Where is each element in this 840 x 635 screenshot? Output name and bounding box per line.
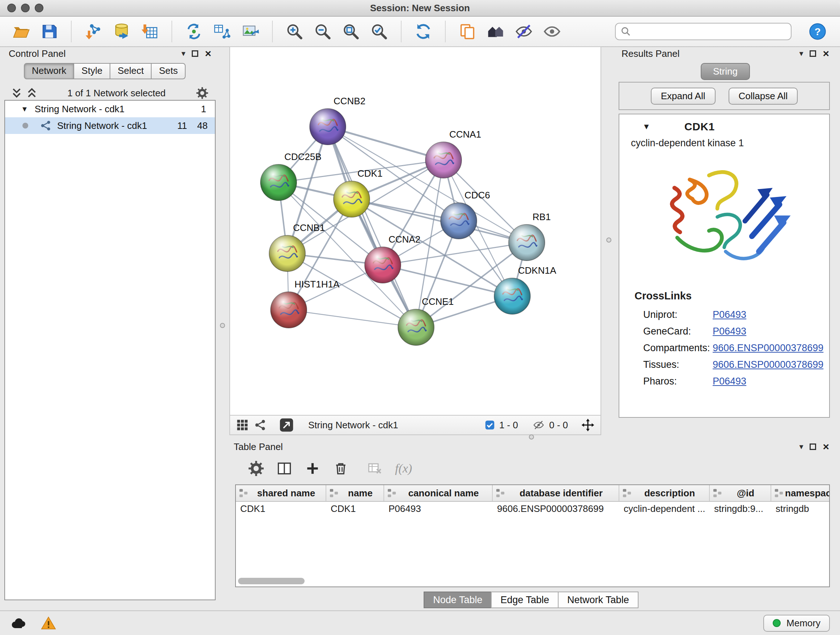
tab-network[interactable]: Network <box>24 63 74 79</box>
column-header-@id[interactable]: @id <box>710 485 771 501</box>
new-network-button[interactable] <box>183 21 205 42</box>
crosslink-value-link[interactable]: 9606.ENSP00000378699 <box>713 359 823 371</box>
save-session-button[interactable] <box>38 21 60 42</box>
right-splitter-handle[interactable] <box>606 238 611 242</box>
network-canvas[interactable]: CCNB2CCNA1CDC25BCDK1CDC6RB1CCNB1CCNA2CDK… <box>229 46 601 416</box>
add-column-icon[interactable] <box>305 461 321 477</box>
collapse-gene-icon[interactable]: ▼ <box>643 122 651 131</box>
node-CCNE1[interactable] <box>398 309 434 345</box>
node-CCNB1[interactable] <box>269 235 305 272</box>
column-header-description[interactable]: description <box>619 485 710 501</box>
tab-style[interactable]: Style <box>73 63 111 79</box>
table-cell[interactable]: stringdb <box>771 502 830 516</box>
grid-view-icon[interactable] <box>236 418 249 432</box>
node-RB1[interactable] <box>508 225 545 261</box>
show-columns-icon[interactable] <box>276 461 292 477</box>
tab-string[interactable]: String <box>701 63 750 80</box>
zoom-out-button[interactable] <box>312 21 333 42</box>
help-button[interactable]: ? <box>807 21 829 42</box>
table-row[interactable]: CDK1CDK1P064939606.ENSP00000378699cyclin… <box>236 502 829 516</box>
edge-HIST1H1A-CCNE1[interactable] <box>289 310 416 327</box>
node-HIST1H1A[interactable] <box>271 292 307 328</box>
detach-view-button[interactable] <box>279 418 294 432</box>
apply-layout-button[interactable] <box>412 21 434 42</box>
results-panel-float-button[interactable] <box>810 50 816 57</box>
node-CDC6[interactable] <box>441 203 477 239</box>
network-search-input[interactable] <box>635 25 786 38</box>
window-minimize-button[interactable] <box>21 4 30 12</box>
table-settings-gear-icon[interactable] <box>248 461 264 477</box>
warning-icon[interactable] <box>41 616 57 630</box>
tab-node-table[interactable]: Node Table <box>424 592 492 608</box>
zoom-fit-button[interactable] <box>340 21 362 42</box>
column-header-canonical-name[interactable]: canonical name <box>384 485 493 501</box>
crosslink-value-link[interactable]: P06493 <box>713 309 746 320</box>
show-details-button[interactable] <box>541 21 563 42</box>
results-panel-close-button[interactable]: × <box>823 48 829 59</box>
collapse-all-networks-icon[interactable] <box>27 88 37 98</box>
crosslink-value-link[interactable]: 9606.ENSP00000378699 <box>713 342 823 354</box>
export-image-button[interactable] <box>240 21 261 42</box>
crosslink-value-link[interactable]: P06493 <box>713 326 746 337</box>
crosslink-value-link[interactable]: P06493 <box>713 376 746 387</box>
expand-all-button[interactable]: Expand All <box>651 88 715 105</box>
tab-network-table[interactable]: Network Table <box>558 592 638 608</box>
node-CDC25B[interactable] <box>261 165 297 201</box>
pan-crosshair-icon[interactable] <box>581 418 595 432</box>
search-box[interactable] <box>615 23 791 40</box>
network-graph[interactable]: CCNB2CCNA1CDC25BCDK1CDC6RB1CCNB1CCNA2CDK… <box>230 47 600 415</box>
table-panel-menu-button[interactable]: ▾ <box>799 443 803 451</box>
table-cell[interactable]: CDK1 <box>326 502 384 516</box>
tab-select[interactable]: Select <box>110 63 152 79</box>
expand-all-networks-icon[interactable] <box>11 88 22 98</box>
table-cell[interactable]: 9606.ENSP00000378699 <box>493 502 619 516</box>
table-panel-close-button[interactable]: × <box>823 441 829 452</box>
table-cell[interactable]: CDK1 <box>236 502 326 516</box>
documents-button[interactable] <box>456 21 478 42</box>
window-zoom-button[interactable] <box>35 4 43 12</box>
edge-CDK1-RB1[interactable] <box>352 199 527 242</box>
node-CCNA1[interactable] <box>425 142 462 178</box>
selected-checkbox-icon[interactable] <box>485 420 495 430</box>
import-network-database-button[interactable] <box>111 21 133 42</box>
collapse-all-button[interactable]: Collapse All <box>729 88 798 105</box>
column-header-shared-name[interactable]: shared name <box>236 485 326 501</box>
zoom-in-button[interactable] <box>284 21 305 42</box>
control-panel-close-button[interactable]: × <box>205 48 211 59</box>
hidden-eye-slash-icon[interactable] <box>532 420 545 431</box>
left-splitter-handle[interactable] <box>220 323 225 328</box>
table-horizontal-scrollbar[interactable] <box>238 578 827 584</box>
column-header-name[interactable]: name <box>326 485 384 501</box>
tab-sets[interactable]: Sets <box>151 63 186 79</box>
node-CCNA2[interactable] <box>365 247 401 283</box>
table-cell[interactable]: P06493 <box>384 502 493 516</box>
table-cell[interactable]: cyclin-dependent ... <box>619 502 710 516</box>
table-cell[interactable]: stringdb:9... <box>710 502 771 516</box>
results-panel-menu-button[interactable]: ▾ <box>799 50 803 57</box>
bottom-splitter-handle[interactable] <box>529 434 534 440</box>
column-header-namespace[interactable]: namespace <box>771 485 830 501</box>
hide-details-button[interactable] <box>513 21 535 42</box>
network-from-table-button[interactable] <box>211 21 233 42</box>
edge-CCNB2-CCNE1[interactable] <box>328 127 416 327</box>
node-CDK1[interactable] <box>333 181 370 217</box>
scrollbar-thumb[interactable] <box>238 578 305 584</box>
memory-button[interactable]: Memory <box>763 615 830 632</box>
collection-expand-icon[interactable]: ▼ <box>21 105 28 113</box>
import-table-button[interactable] <box>139 21 161 42</box>
network-row-selected[interactable]: String Network - cdk1 11 48 <box>5 117 215 134</box>
column-header-database-identifier[interactable]: database identifier <box>493 485 619 501</box>
window-close-button[interactable] <box>7 4 16 12</box>
import-network-file-button[interactable] <box>82 21 104 42</box>
cloud-status-icon[interactable] <box>10 616 27 630</box>
delete-column-icon[interactable] <box>333 461 349 477</box>
gene-card-header[interactable]: ▼ CDK1 <box>619 118 829 135</box>
zoom-selected-button[interactable] <box>368 21 390 42</box>
network-view-icon[interactable] <box>255 419 266 431</box>
control-panel-float-button[interactable] <box>192 50 198 57</box>
node-CDKN1A[interactable] <box>494 278 531 314</box>
network-options-gear-icon[interactable] <box>196 87 208 99</box>
network-collection-row[interactable]: ▼ String Network - cdk1 1 <box>5 101 215 117</box>
node-CCNB2[interactable] <box>309 109 346 145</box>
control-panel-menu-button[interactable]: ▾ <box>181 50 185 57</box>
